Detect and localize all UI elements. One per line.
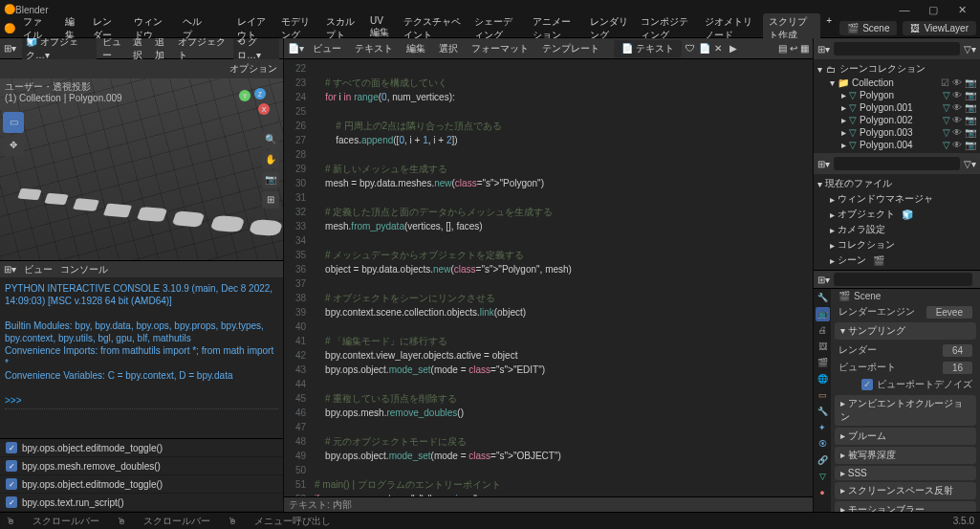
outliner-collection[interactable]: ▾📁Collection☑ 👁 📷 (816, 77, 978, 89)
tab-scene-icon[interactable]: 🎬 (816, 356, 830, 370)
linenum-icon[interactable]: ▤ (778, 43, 787, 54)
editor-type-icon[interactable]: ⊞▾ (4, 43, 16, 54)
minimize-button[interactable]: — (890, 4, 919, 15)
axis-z-icon[interactable]: Z (254, 88, 266, 99)
editor-type-props-icon[interactable]: ⊞▾ (817, 275, 830, 285)
viewport-samples[interactable]: 16 (943, 362, 972, 374)
panel-sampling[interactable]: ▾ サンプリング (835, 322, 976, 340)
editor-type-console-icon[interactable]: ⊞▾ (4, 264, 16, 275)
scene-selector[interactable]: 🎬Scene (839, 21, 897, 35)
panel-アンビエントオクルージョン[interactable]: ▸ アンビエントオクルージョン (835, 395, 976, 426)
filter-icon[interactable]: ▽▾ (964, 44, 976, 55)
maximize-button[interactable]: ▢ (919, 4, 947, 16)
tab-particle-icon[interactable]: ✦ (816, 421, 830, 435)
wrap-icon[interactable]: ↩ (790, 43, 797, 54)
tab-physics-icon[interactable]: ⦿ (816, 437, 830, 452)
python-console[interactable]: PYTHON INTERACTIVE CONSOLE 3.10.9 (main,… (0, 277, 283, 438)
code-area[interactable]: # すべての面を構成していく for i in range(0, num_ver… (311, 59, 813, 496)
tab-mesh-icon[interactable]: ▽ (816, 470, 830, 484)
render-samples[interactable]: 64 (943, 344, 972, 357)
outliner-item[interactable]: ▸▽Polygon.001▽ 👁 📷 (816, 101, 978, 114)
viewlayer-selector[interactable]: 🖼ViewLayer (903, 21, 976, 35)
te-template[interactable]: テンプレート (537, 40, 604, 57)
log-row[interactable]: ✓bpy.ops.mesh.remove_doubles() (0, 457, 283, 475)
nav-gizmo[interactable]: Y Z X (235, 88, 273, 126)
tab-tool-icon[interactable]: 🔧 (816, 291, 830, 305)
scene-crumb[interactable]: 🎬 Scene (831, 289, 980, 303)
tool-select[interactable]: ▭ (3, 112, 24, 133)
outliner-item[interactable]: ▸▽Polygon▽ 👁 📷 (816, 89, 978, 101)
outliner-item[interactable]: ▸▽Polygon.002▽ 👁 📷 (816, 114, 978, 126)
file-item[interactable]: ▸シーン🎬 (816, 253, 978, 268)
log-row[interactable]: ✓bpy.ops.object.editmode_toggle() (0, 475, 283, 494)
tab-world-icon[interactable]: 🌐 (816, 372, 830, 386)
tab-render-icon[interactable]: 📺 (816, 307, 830, 321)
check-icon: ✓ (6, 442, 17, 453)
file-root[interactable]: ▾現在のファイル (816, 176, 978, 191)
new-text-icon[interactable]: 📄 (699, 43, 710, 54)
syntax-icon[interactable]: ▦ (800, 43, 809, 54)
tab-viewlayer-icon[interactable]: 🖼 (816, 340, 830, 354)
editor-type-outliner-icon[interactable]: ⊞▾ (817, 44, 830, 55)
log-row[interactable]: ✓bpy.ops.object.editmode_toggle() (0, 439, 283, 457)
panel-スクリーンスペース反射[interactable]: ▸ スクリーンスペース反射 (835, 482, 976, 499)
vp-add[interactable]: 追加 (155, 38, 171, 62)
persp-icon[interactable]: ⊞ (262, 191, 279, 209)
unlink-icon[interactable]: ✕ (714, 43, 722, 54)
editor-type-file-icon[interactable]: ⊞▾ (817, 159, 830, 169)
te-format[interactable]: フォーマット (467, 40, 534, 57)
file-search[interactable] (834, 157, 960, 170)
panel-モーションブラー[interactable]: ▸ モーションブラー (835, 501, 976, 512)
filter-icon[interactable]: ▽▾ (964, 159, 976, 169)
outliner: ▾🗀シーンコレクション ▾📁Collection☑ 👁 📷 ▸▽Polygon▽… (814, 59, 980, 153)
file-item[interactable]: ▸カメラ設定 (816, 222, 978, 237)
outliner-root[interactable]: ▾🗀シーンコレクション (816, 61, 978, 77)
run-script-button[interactable]: ▶ (726, 41, 741, 56)
file-item[interactable]: ▸ウィンドウマネージャ (816, 191, 978, 207)
denoise-check[interactable]: ✓ ビューポートデノイズ (831, 376, 980, 393)
file-browser: ▾現在のファイル ▸ウィンドウマネージャ ▸オブジェクト🧊 ▸カメラ設定 ▸コレ… (814, 174, 980, 270)
outliner-item[interactable]: ▸▽Polygon.003▽ 👁 📷 (816, 126, 978, 139)
render-engine[interactable]: レンダーエンジンEevee (831, 303, 980, 320)
editor-type-text-icon[interactable]: 📄▾ (288, 43, 304, 54)
camera-icon[interactable]: 📷 (262, 171, 279, 188)
vp-view[interactable]: ビュー (102, 38, 127, 62)
tool-cursor[interactable]: ✥ (3, 135, 24, 156)
panel-ブルーム[interactable]: ▸ ブルーム (835, 428, 976, 445)
pan-icon[interactable]: ✋ (262, 151, 279, 168)
te-text[interactable]: テキスト (350, 40, 398, 57)
te-view[interactable]: ビュー (308, 40, 346, 57)
check-icon: ✓ (6, 478, 17, 490)
outliner-item[interactable]: ▸▽Polygon.004▽ 👁 📷 (816, 139, 978, 151)
panel-SSS[interactable]: ▸ SSS (835, 466, 976, 480)
vp-object[interactable]: オブジェクト (178, 38, 228, 62)
check-icon: ✓ (6, 460, 17, 472)
te-select[interactable]: 選択 (434, 40, 463, 57)
file-item[interactable]: ▸コレクション (816, 237, 978, 253)
file-item[interactable]: ▸オブジェクト🧊 (816, 207, 978, 222)
text-name[interactable]: 📄 テキスト (614, 40, 682, 57)
tab-modifier-icon[interactable]: 🔧 (816, 405, 830, 419)
props-tabs: 🔧 📺 🖨 🖼 🎬 🌐 ▭ 🔧 ✦ ⦿ 🔗 ▽ ● (814, 289, 831, 512)
tab-material-icon[interactable]: ● (816, 486, 830, 500)
mouse-right-icon: 🖱 (228, 516, 237, 526)
console-view[interactable]: ビュー (24, 263, 53, 276)
log-row[interactable]: ✓bpy.ops.text.run_script() (0, 494, 283, 512)
3d-viewport[interactable]: ユーザー・透視投影 (1) Collection | Polygon.009 ▭… (0, 78, 283, 260)
axis-x-icon[interactable]: X (258, 103, 270, 115)
panel-被写界深度[interactable]: ▸ 被写界深度 (835, 447, 976, 464)
outliner-search[interactable] (834, 42, 960, 55)
shield-icon[interactable]: 🛡 (686, 43, 695, 54)
close-button[interactable]: ✕ (947, 4, 976, 16)
props-search[interactable] (834, 273, 972, 286)
console-tab[interactable]: コンソール (60, 263, 108, 276)
zoom-icon[interactable]: 🔍 (262, 131, 279, 148)
render-props: 🎬 Scene レンダーエンジンEevee ▾ サンプリング レンダー64 ビュ… (831, 289, 980, 512)
vp-select[interactable]: 選択 (133, 38, 149, 62)
tab-object-icon[interactable]: ▭ (816, 388, 830, 403)
axis-y-icon[interactable]: Y (239, 90, 250, 101)
te-edit[interactable]: 編集 (402, 40, 430, 57)
options-popover[interactable]: オプション (229, 62, 277, 76)
tab-constraint-icon[interactable]: 🔗 (816, 453, 830, 468)
tab-output-icon[interactable]: 🖨 (816, 323, 830, 338)
